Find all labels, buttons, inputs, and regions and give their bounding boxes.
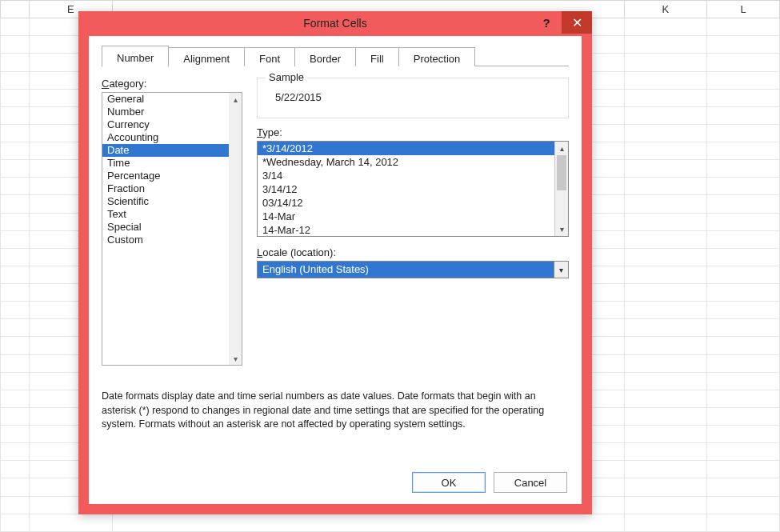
category-item[interactable]: Text: [102, 208, 242, 221]
category-listbox[interactable]: GeneralNumberCurrencyAccountingDateTimeP…: [102, 92, 242, 366]
category-item[interactable]: Time: [102, 157, 242, 170]
cell[interactable]: [624, 18, 707, 36]
help-button[interactable]: ?: [531, 11, 562, 34]
col-header[interactable]: K: [624, 1, 707, 18]
type-listbox[interactable]: *3/14/2012*Wednesday, March 14, 20123/14…: [257, 141, 569, 237]
type-item[interactable]: *3/14/2012: [258, 142, 568, 155]
tab-number[interactable]: Number: [102, 46, 169, 67]
category-item[interactable]: Scientific: [102, 195, 242, 208]
category-item[interactable]: General: [102, 93, 242, 106]
col-header[interactable]: L: [707, 1, 780, 18]
scroll-thumb[interactable]: [557, 155, 566, 190]
sample-value: 5/22/2015: [267, 85, 558, 103]
locale-combobox[interactable]: English (United States) ▾: [257, 261, 569, 278]
scroll-up-icon[interactable]: ▴: [229, 93, 242, 106]
locale-value: English (United States): [258, 262, 554, 278]
cancel-button[interactable]: Cancel: [494, 472, 567, 493]
category-item[interactable]: Percentage: [102, 170, 242, 182]
cell[interactable]: [707, 18, 780, 36]
format-cells-dialog: Format Cells ? ✕ Number Alignment Font B…: [78, 11, 592, 514]
type-item[interactable]: 3/14: [258, 169, 568, 182]
type-item[interactable]: 14-Mar-12: [258, 223, 568, 237]
scroll-down-icon[interactable]: ▾: [555, 222, 568, 236]
category-label: Category:: [102, 78, 242, 90]
category-item[interactable]: Fraction: [102, 182, 242, 195]
dialog-title: Format Cells: [303, 17, 366, 30]
tab-strip: Number Alignment Font Border Fill Protec…: [102, 46, 569, 66]
tab-border[interactable]: Border: [294, 47, 356, 66]
category-item[interactable]: Special: [102, 221, 242, 234]
type-item[interactable]: 3/14/12: [258, 182, 568, 196]
tab-font[interactable]: Font: [244, 47, 295, 66]
chevron-down-icon[interactable]: ▾: [554, 262, 568, 278]
sample-group: Sample 5/22/2015: [257, 78, 569, 118]
scroll-up-icon[interactable]: ▴: [555, 142, 568, 155]
sample-label: Sample: [266, 71, 307, 83]
tab-fill[interactable]: Fill: [355, 47, 399, 66]
category-item[interactable]: Number: [102, 106, 242, 118]
type-item[interactable]: 03/14/12: [258, 196, 568, 210]
ok-button[interactable]: OK: [412, 472, 486, 493]
format-description: Date formats display date and time seria…: [102, 390, 566, 432]
locale-label: Locale (location):: [257, 246, 569, 258]
category-item[interactable]: Date: [102, 144, 242, 157]
scrollbar[interactable]: ▴ ▾: [229, 93, 242, 365]
category-item[interactable]: Currency: [102, 118, 242, 131]
close-button[interactable]: ✕: [562, 11, 592, 34]
category-item[interactable]: Custom: [102, 234, 242, 246]
tab-protection[interactable]: Protection: [398, 47, 476, 66]
scrollbar[interactable]: ▴ ▾: [554, 142, 568, 236]
dialog-titlebar[interactable]: Format Cells ? ✕: [78, 11, 592, 35]
type-item[interactable]: *Wednesday, March 14, 2012: [258, 155, 568, 169]
type-label: Type:: [257, 126, 569, 138]
category-item[interactable]: Accounting: [102, 131, 242, 144]
type-item[interactable]: 14-Mar: [258, 210, 568, 223]
tab-alignment[interactable]: Alignment: [168, 47, 245, 66]
scroll-down-icon[interactable]: ▾: [229, 352, 242, 365]
